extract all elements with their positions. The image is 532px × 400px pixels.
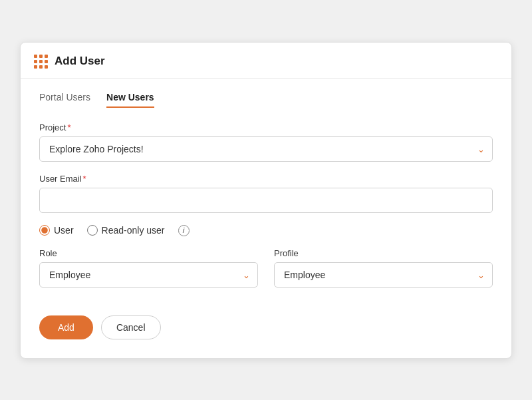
modal-body: Portal Users New Users Project* Explore … (21, 79, 511, 358)
tabs: Portal Users New Users (39, 92, 493, 108)
profile-select[interactable]: Employee Manager Admin (274, 262, 493, 288)
role-profile-row: Role Employee Manager Admin ⌄ Profile Em… (39, 248, 493, 300)
radio-user[interactable]: User (39, 225, 74, 236)
project-select-wrapper[interactable]: Explore Zoho Projects! ⌄ (39, 136, 493, 162)
add-button[interactable]: Add (39, 315, 93, 339)
tab-portal-users[interactable]: Portal Users (39, 92, 90, 108)
project-select[interactable]: Explore Zoho Projects! (39, 136, 493, 162)
email-group: User Email* (39, 174, 493, 213)
radio-readonly[interactable]: Read-only user (87, 225, 165, 236)
role-group: Role Employee Manager Admin ⌄ (39, 248, 258, 288)
radio-user-label: User (54, 225, 74, 236)
role-label: Role (39, 248, 258, 258)
tab-new-users[interactable]: New Users (106, 92, 154, 108)
project-group: Project* Explore Zoho Projects! ⌄ (39, 122, 493, 162)
role-select-wrapper[interactable]: Employee Manager Admin ⌄ (39, 262, 258, 288)
modal-header: Add User (21, 43, 511, 79)
cancel-button[interactable]: Cancel (101, 315, 161, 339)
role-select[interactable]: Employee Manager Admin (39, 262, 258, 288)
radio-readonly-label: Read-only user (102, 225, 165, 236)
user-type-group: User Read-only user i (39, 225, 493, 236)
project-label: Project* (39, 122, 493, 132)
email-input[interactable] (39, 188, 493, 213)
radio-user-input[interactable] (39, 225, 50, 236)
email-required: * (83, 174, 86, 184)
info-icon[interactable]: i (178, 225, 190, 236)
profile-select-wrapper[interactable]: Employee Manager Admin ⌄ (274, 262, 493, 288)
modal-container: Add User Portal Users New Users Project*… (20, 42, 512, 359)
radio-readonly-input[interactable] (87, 225, 98, 236)
profile-group: Profile Employee Manager Admin ⌄ (274, 248, 493, 288)
modal-title: Add User (55, 55, 105, 68)
project-required: * (67, 122, 70, 132)
email-label: User Email* (39, 174, 493, 184)
button-group: Add Cancel (39, 315, 493, 339)
grid-icon (34, 55, 48, 69)
profile-label: Profile (274, 248, 493, 258)
